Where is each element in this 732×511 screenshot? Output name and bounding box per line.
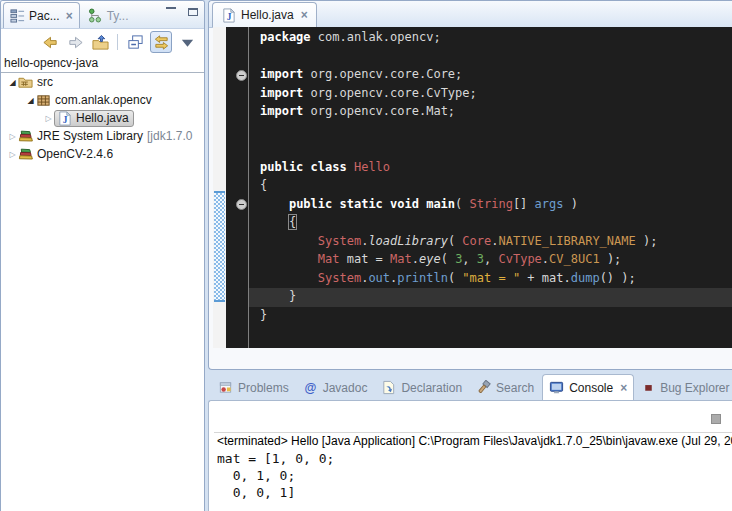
terminate-button[interactable]	[711, 414, 721, 424]
eclipse-window: Pac... × Ty... hello-opencv-java ◢src◢co…	[0, 0, 732, 511]
maximize-button[interactable]	[188, 8, 198, 16]
code-line-12[interactable]: System.loadLibrary( Core.NATIVE_LIBRARY_…	[260, 232, 657, 251]
java-file-icon: J	[57, 111, 72, 126]
expand-arrow-icon[interactable]: ▷	[7, 132, 18, 141]
tree-item-com-anlak-opencv[interactable]: ◢com.anlak.opencv	[1, 91, 204, 109]
tab-label: Pac...	[29, 9, 60, 23]
code-editor[interactable]: package com.anlak.opencv;import org.open…	[226, 27, 732, 348]
code-token: println	[397, 271, 448, 285]
editor-tab-hello-java[interactable]: J Hello.java ×	[212, 2, 317, 27]
code-token: import	[260, 104, 303, 118]
code-token	[260, 252, 318, 266]
tab-package-explorer[interactable]: Pac... ×	[3, 2, 80, 28]
code-line-2[interactable]	[260, 47, 657, 66]
console-output-line: 0, 1, 0;	[217, 467, 334, 484]
code-token: out	[368, 271, 390, 285]
library-icon	[18, 129, 33, 144]
console-area-tab-problems[interactable]: Problems	[212, 375, 295, 400]
editor-tab-bar: J Hello.java ×	[209, 1, 732, 28]
expand-arrow-icon[interactable]: ▷	[7, 150, 18, 159]
code-token: (	[455, 197, 469, 211]
code-token: eye	[419, 252, 441, 266]
project-label[interactable]: hello-opencv-java	[1, 55, 204, 73]
tree-items: ◢src◢com.anlak.opencv▷JHello.java▷JRE Sy…	[1, 73, 204, 163]
tree-item-hello-java[interactable]: ▷JHello.java	[1, 109, 204, 127]
forward-button[interactable]	[65, 32, 85, 52]
method-range-indicator	[214, 191, 225, 302]
code-line-5[interactable]: import org.opencv.core.Mat;	[260, 102, 657, 121]
code-token: public static void main	[289, 197, 455, 211]
java-file-icon: J	[221, 8, 236, 23]
code-line-13[interactable]: Mat mat = Mat.eye( 3, 3, CvType.CV_8UC1 …	[260, 250, 657, 269]
view-tab-bar: Pac... × Ty...	[1, 1, 204, 29]
console-panel: Problems@JavadocDeclarationSearchConsole…	[208, 374, 732, 511]
tree-item-jre-system-library[interactable]: ▷JRE System Library[jdk1.7.0	[1, 127, 204, 145]
tab-label: Bug Explorer	[660, 381, 729, 395]
code-token: org.opencv.core.Core;	[303, 67, 462, 81]
console-area-tab-search[interactable]: Search	[470, 375, 540, 400]
collapse-all-button[interactable]	[125, 32, 145, 52]
fold-collapse-icon[interactable]	[236, 199, 247, 210]
code-line-6[interactable]	[260, 121, 657, 140]
problems-icon	[218, 380, 233, 395]
code-token: ,	[462, 252, 476, 266]
tree-item-content: JRE System Library[jdk1.7.0	[18, 128, 192, 145]
up-button[interactable]	[90, 32, 110, 52]
console-area-tab-console[interactable]: Console×	[542, 374, 634, 400]
code-token: System	[318, 234, 361, 248]
link-with-editor-button[interactable]	[150, 31, 172, 53]
code-line-7[interactable]	[260, 139, 657, 158]
code-token: args	[535, 197, 564, 211]
code-token: .	[542, 252, 549, 266]
code-token: CvType	[499, 252, 542, 266]
tree-item-opencv-2-4-6[interactable]: ▷OpenCV-2.4.6	[1, 145, 204, 163]
package-explorer-toolbar	[1, 29, 204, 55]
tree-item-label: JRE System Library	[37, 129, 143, 143]
code-token: ,	[484, 252, 498, 266]
type-hierarchy-icon	[88, 8, 103, 23]
fold-collapse-icon[interactable]	[236, 70, 247, 81]
tree-item-src[interactable]: ◢src	[1, 73, 204, 91]
code-token: {	[260, 178, 267, 192]
code-token: 3	[477, 252, 484, 266]
code-line-11[interactable]: {	[260, 213, 657, 232]
close-icon[interactable]: ×	[66, 9, 73, 23]
collapse-arrow-icon[interactable]: ◢	[25, 96, 36, 105]
forward-arrow-icon	[67, 34, 84, 51]
tab-label: Search	[496, 381, 534, 395]
console-area-tab-declaration[interactable]: Declaration	[375, 375, 468, 400]
code-line-1[interactable]: package com.anlak.opencv;	[260, 28, 657, 47]
collapse-arrow-icon[interactable]: ◢	[7, 78, 18, 87]
console-area-tab-javadoc[interactable]: @Javadoc	[297, 375, 374, 400]
code-line-3[interactable]: import org.opencv.core.Core;	[260, 65, 657, 84]
code-token: "mat = "	[462, 271, 520, 285]
code-line-8[interactable]: public class Hello	[260, 158, 657, 177]
project-tree: hello-opencv-java ◢src◢com.anlak.opencv▷…	[1, 55, 204, 163]
code-line-15[interactable]: }	[260, 287, 657, 306]
tab-label: Console	[569, 381, 613, 395]
code-token: )	[563, 197, 577, 211]
code-token: System	[318, 271, 361, 285]
package-explorer-panel: Pac... × Ty... hello-opencv-java ◢src◢co…	[0, 0, 205, 511]
code-line-16[interactable]: }	[260, 306, 657, 325]
code-line-4[interactable]: import org.opencv.core.CvType;	[260, 84, 657, 103]
console-output[interactable]: mat = [1, 0, 0; 0, 1, 0; 0, 0, 1]	[217, 450, 334, 501]
view-menu-button[interactable]	[177, 32, 197, 52]
console-body: <terminated> Hello [Java Application] C:…	[208, 400, 732, 511]
tab-type-hierarchy[interactable]: Ty...	[80, 3, 137, 28]
expand-arrow-icon[interactable]: ▷	[43, 114, 54, 123]
back-button[interactable]	[40, 32, 60, 52]
tree-item-label: src	[37, 75, 53, 89]
console-area-tab-bug-explorer[interactable]: Bug Explorer	[636, 375, 732, 400]
link-editor-icon	[153, 34, 170, 51]
code-line-10[interactable]: public static void main( String[] args )	[260, 195, 657, 214]
code-text: package com.anlak.opencv;import org.open…	[260, 28, 657, 324]
annotation-ruler[interactable]	[213, 27, 226, 348]
code-line-14[interactable]: System.out.println( "mat = " + mat.dump(…	[260, 269, 657, 288]
minimize-button[interactable]	[166, 7, 176, 17]
code-line-9[interactable]: {	[260, 176, 657, 195]
close-icon[interactable]: ×	[301, 8, 308, 22]
tree-item-content: com.anlak.opencv	[36, 92, 152, 109]
close-icon[interactable]: ×	[620, 381, 627, 395]
code-token: Hello	[354, 160, 390, 174]
